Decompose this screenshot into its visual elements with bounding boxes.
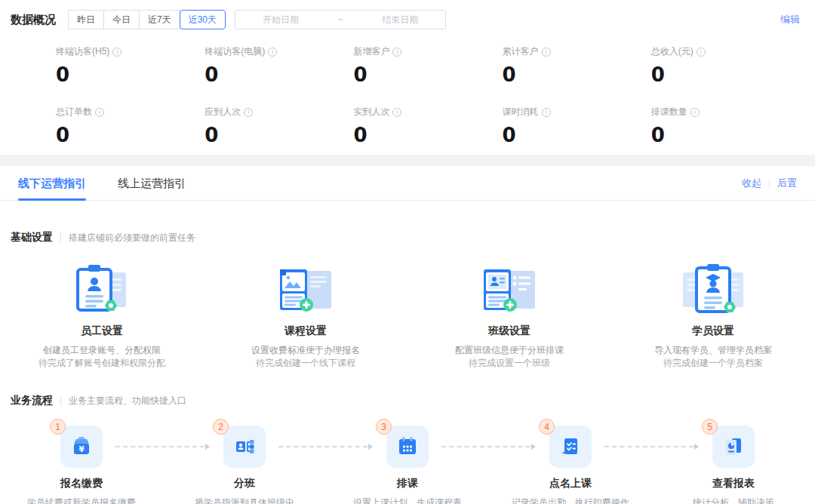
filter-today[interactable]: 今日 <box>103 10 140 29</box>
stat-label: 终端访客(H5) <box>56 45 109 58</box>
step-assign-class[interactable]: 2 分班 将学员指派到具体班级中 <box>163 426 326 504</box>
tab-offline-guide[interactable]: 线下运营指引 <box>18 166 86 201</box>
step-title: 分班 <box>163 477 326 490</box>
stat-actual-attendance: 实到人次 0 <box>353 106 502 146</box>
stat-visitors-pc: 终端访客(电脑) 0 <box>205 45 353 86</box>
tab-online-guide[interactable]: 线上运营指引 <box>118 166 186 201</box>
stat-value: 0 <box>205 124 353 146</box>
step-title: 点名上课 <box>489 477 652 490</box>
data-overview-panel: 数据概况 昨日 今日 近7天 近30天 开始日期 ~ 结束日期 编辑 终端访客(… <box>0 0 815 155</box>
step-number-badge: 2 <box>213 419 229 435</box>
card-staff-settings[interactable]: 员工设置 创建员工登录账号、分配权限 待完成了解账号创建和权限分配 <box>0 263 204 370</box>
filter-yesterday[interactable]: 昨日 <box>68 10 104 29</box>
stat-value: 0 <box>503 124 651 146</box>
overview-header: 数据概况 昨日 今日 近7天 近30天 开始日期 ~ 结束日期 编辑 <box>0 9 815 30</box>
card-todo: 待完成设置一个班级 <box>408 357 611 370</box>
stat-label: 总订单数 <box>56 106 92 118</box>
card-todo: 待完成创建一个学员档案 <box>611 357 815 370</box>
course-card-icon <box>204 263 408 317</box>
stat-scheduled-lessons: 排课数量 0 <box>651 106 800 146</box>
date-filter-group: 昨日 今日 近7天 近30天 <box>68 10 226 29</box>
stat-value: 0 <box>353 63 502 86</box>
section-title: 基础设置 <box>11 231 53 244</box>
stats-grid: 终端访客(H5) 0 终端访客(电脑) 0 新增客户 0 累计客户 0 总收入(… <box>0 45 815 146</box>
end-date-placeholder: 结束日期 <box>382 14 418 26</box>
card-title: 员工设置 <box>0 324 204 338</box>
payment-icon: ¥ <box>60 426 103 468</box>
info-icon[interactable] <box>690 108 700 117</box>
collapse-link[interactable]: 收起 <box>742 177 761 190</box>
step-enrollment-payment[interactable]: 1 ¥ 报名缴费 学员续费或新学员报名缴费 <box>0 426 163 504</box>
assign-class-icon <box>223 426 266 468</box>
step-number-badge: 1 <box>50 419 66 435</box>
step-desc: 统计分析，辅助决策 <box>652 496 815 504</box>
info-icon[interactable] <box>95 108 104 117</box>
stat-total-customers: 累计客户 0 <box>503 45 651 86</box>
card-student-settings[interactable]: 学员设置 导入现有学员、管理学员档案 待完成创建一个学员档案 <box>611 263 815 370</box>
class-card-icon <box>408 263 611 317</box>
section-title: 业务流程 <box>11 394 53 407</box>
stat-lesson-consumption: 课时消耗 0 <box>503 106 651 146</box>
card-course-settings[interactable]: 课程设置 设置收费标准便于办理报名 待完成创建一个线下课程 <box>204 263 408 370</box>
stat-label: 排课数量 <box>651 106 687 118</box>
stat-label: 实到人次 <box>353 106 389 118</box>
section-subtitle: 业务主要流程、功能快捷入口 <box>69 395 186 407</box>
card-title: 学员设置 <box>611 324 815 338</box>
overview-title: 数据概况 <box>11 13 56 27</box>
step-title: 查看报表 <box>652 477 815 490</box>
step-view-reports[interactable]: 5 查看报表 统计分析，辅助决策 <box>652 426 815 504</box>
guide-actions: 收起 后置 <box>742 177 797 190</box>
step-roll-call[interactable]: 4 点名上课 记录学员出勤，执行扣费操作 生成课消记录 <box>489 426 652 504</box>
student-clipboard-icon <box>611 263 815 317</box>
step-desc: 设置上课计划，生成课程表 <box>326 496 489 504</box>
svg-text:¥: ¥ <box>78 444 85 454</box>
business-flow-steps: 1 ¥ 报名缴费 学员续费或新学员报名缴费 2 <box>0 426 815 504</box>
filter-last30days[interactable]: 近30天 <box>180 10 226 29</box>
date-range-separator: ~ <box>338 14 343 25</box>
stat-value: 0 <box>56 63 205 86</box>
stat-new-customers: 新增客户 0 <box>353 45 502 86</box>
start-date-placeholder: 开始日期 <box>263 14 299 26</box>
card-desc: 创建员工登录账号、分配权限 <box>0 344 204 357</box>
info-icon[interactable] <box>112 48 121 57</box>
roll-call-icon <box>549 426 592 468</box>
guide-tabbar: 线下运营指引 线上运营指引 收起 后置 <box>0 166 815 201</box>
card-class-settings[interactable]: 班级设置 配置班级信息便于分班排课 待完成设置一个班级 <box>408 263 611 370</box>
step-number-badge: 4 <box>539 419 555 435</box>
divider <box>60 396 61 405</box>
info-icon[interactable] <box>268 48 277 57</box>
info-icon[interactable] <box>392 108 401 117</box>
section-subtitle: 搭建店铺前必须要做的前置任务 <box>69 232 195 244</box>
step-desc: 记录学员出勤，执行扣费操作 <box>489 496 652 504</box>
info-icon[interactable] <box>542 48 551 57</box>
stat-visitors-h5: 终端访客(H5) 0 <box>56 45 205 86</box>
step-number-badge: 5 <box>702 419 718 435</box>
info-icon[interactable] <box>244 108 253 117</box>
card-title: 班级设置 <box>408 324 611 338</box>
card-desc: 设置收费标准便于办理报名 <box>204 344 408 357</box>
stat-label: 终端访客(电脑) <box>205 45 265 58</box>
divider <box>769 179 770 188</box>
info-icon[interactable] <box>697 48 706 57</box>
card-todo: 待完成创建一个线下课程 <box>204 357 408 370</box>
step-number-badge: 3 <box>376 419 392 435</box>
date-range-picker[interactable]: 开始日期 ~ 结束日期 <box>235 10 446 29</box>
stat-value: 0 <box>205 63 353 86</box>
basic-settings-cards: 员工设置 创建员工登录账号、分配权限 待完成了解账号创建和权限分配 <box>0 263 815 370</box>
info-icon[interactable] <box>542 108 551 117</box>
step-schedule[interactable]: 3 排课 设置上课计划，生成课程表 <box>326 426 489 504</box>
step-desc: 将学员指派到具体班级中 <box>163 496 326 504</box>
stat-label: 累计客户 <box>503 45 539 58</box>
filter-last7days[interactable]: 近7天 <box>139 10 180 29</box>
card-desc: 配置班级信息便于分班排课 <box>408 344 611 357</box>
stat-total-income: 总收入(元) 0 <box>651 45 800 86</box>
stat-value: 0 <box>651 63 800 86</box>
card-desc: 导入现有学员、管理学员档案 <box>611 344 815 357</box>
defer-link[interactable]: 后置 <box>777 177 797 190</box>
info-icon[interactable] <box>392 48 401 57</box>
stat-label: 新增客户 <box>353 45 389 58</box>
divider <box>60 233 61 242</box>
edit-link[interactable]: 编辑 <box>780 13 800 26</box>
stat-value: 0 <box>503 63 651 86</box>
card-todo: 待完成了解账号创建和权限分配 <box>0 357 204 370</box>
